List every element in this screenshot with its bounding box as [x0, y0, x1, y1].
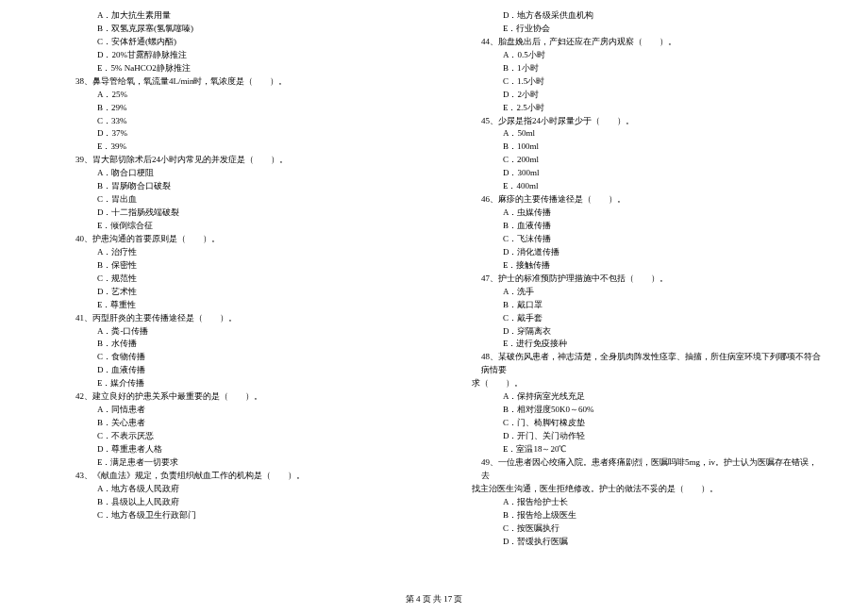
option-item: B．保密性: [47, 259, 415, 273]
right-questions: 44、胎盘娩出后，产妇还应在产房内观察（ ）。A．0.5小时B．1小时C．1.5…: [453, 36, 821, 549]
option-item: D．300ml: [453, 167, 821, 180]
question-text: 42、建立良好的护患关系中最重要的是（ ）。: [47, 390, 415, 404]
option-item: C．33%: [47, 115, 415, 128]
option-item: C．食物传播: [47, 351, 415, 364]
question-text: 41、丙型肝炎的主要传播途径是（ ）。: [47, 312, 415, 325]
question-text: 47、护士的标准预防护理措施中不包括（ ）。: [453, 273, 821, 286]
option-item: A．治疗性: [47, 246, 415, 259]
question-text-cont: 求（ ）。: [453, 377, 821, 390]
option-item: C．飞沫传播: [453, 233, 821, 246]
option-item: C．不表示厌恶: [47, 430, 415, 443]
option-item: B．1小时: [453, 62, 821, 75]
left-questions: 38、鼻导管给氧，氧流量4L/min时，氧浓度是（ ）。A．25%B．29%C．…: [47, 75, 415, 522]
option-item: B．血液传播: [453, 220, 821, 233]
option-item: B．29%: [47, 102, 415, 115]
question-text: 44、胎盘娩出后，产妇还应在产房内观察（ ）。: [453, 36, 821, 49]
option-item: D．尊重患者人格: [47, 443, 415, 456]
option-item: C．200ml: [453, 154, 821, 167]
option-item: C．规范性: [47, 273, 415, 286]
option-item: B．报告给上级医生: [453, 509, 821, 522]
option-item: D．20%甘露醇静脉推注: [47, 49, 415, 62]
option-item: C．胃出血: [47, 193, 415, 207]
option-item: A．洗手: [453, 286, 821, 299]
left-column: A．加大抗生素用量B．双氢克尿塞(氢氯噻嗪)C．安体舒通(螺内酯)D．20%甘露…: [47, 9, 415, 548]
pre-options-left: A．加大抗生素用量B．双氢克尿塞(氢氯噻嗪)C．安体舒通(螺内酯)D．20%甘露…: [47, 9, 415, 75]
option-item: A．报告给护士长: [453, 496, 821, 509]
option-item: B．双氢克尿塞(氢氯噻嗪): [47, 23, 415, 36]
option-item: E．尊重性: [47, 299, 415, 312]
page-container: A．加大抗生素用量B．双氢克尿塞(氢氯噻嗪)C．安体舒通(螺内酯)D．20%甘露…: [0, 9, 868, 548]
question-text: 43、《献血法》规定，负责组织献血工作的机构是（ ）。: [47, 470, 415, 483]
option-item: A．保持病室光线充足: [453, 390, 821, 404]
option-item: A．0.5小时: [453, 49, 821, 62]
question-text: 48、某破伤风患者，神志清楚，全身肌肉阵发性痉挛、抽搐，所住病室环境下列哪项不符…: [453, 351, 821, 377]
option-item: D．血液传播: [47, 364, 415, 377]
option-item: E．行业协会: [453, 23, 821, 36]
option-item: C．门、椅脚钉橡皮垫: [453, 417, 821, 430]
option-item: B．水传播: [47, 338, 415, 351]
option-item: A．50ml: [453, 127, 821, 141]
option-item: D．十二指肠残端破裂: [47, 207, 415, 220]
option-item: D．2小时: [453, 89, 821, 102]
option-item: A．25%: [47, 89, 415, 102]
option-item: C．1.5小时: [453, 75, 821, 89]
option-item: E．倾倒综合征: [47, 220, 415, 233]
option-item: B．胃肠吻合口破裂: [47, 180, 415, 193]
option-item: A．虫媒传播: [453, 207, 821, 220]
option-item: A．加大抗生素用量: [47, 9, 415, 23]
option-item: D．地方各级采供血机构: [453, 9, 821, 23]
option-item: C．按医嘱执行: [453, 522, 821, 536]
option-item: E．满足患者一切要求: [47, 456, 415, 470]
option-item: C．安体舒通(螺内酯): [47, 36, 415, 49]
question-text: 46、麻疹的主要传播途径是（ ）。: [453, 193, 821, 207]
right-column: D．地方各级采供血机构E．行业协会 44、胎盘娩出后，产妇还应在产房内观察（ ）…: [453, 9, 821, 548]
option-item: A．地方各级人民政府: [47, 483, 415, 496]
option-item: D．暂缓执行医嘱: [453, 536, 821, 549]
option-item: A．同情患者: [47, 404, 415, 417]
option-item: C．地方各级卫生行政部门: [47, 509, 415, 522]
option-item: E．室温18～20℃: [453, 443, 821, 456]
option-item: B．县级以上人民政府: [47, 496, 415, 509]
page-number: 第 4 页 共 17 页: [406, 594, 463, 604]
option-item: E．媒介传播: [47, 377, 415, 390]
question-text-cont: 找主治医生沟通，医生拒绝修改。护士的做法不妥的是（ ）。: [453, 483, 821, 496]
question-text: 38、鼻导管给氧，氧流量4L/min时，氧浓度是（ ）。: [47, 75, 415, 89]
option-item: B．相对湿度50K0～60%: [453, 404, 821, 417]
option-item: C．戴手套: [453, 312, 821, 325]
option-item: B．戴口罩: [453, 299, 821, 312]
option-item: B．关心患者: [47, 417, 415, 430]
page-footer: 第 4 页 共 17 页: [0, 593, 868, 605]
question-text: 40、护患沟通的首要原则是（ ）。: [47, 233, 415, 246]
option-item: E．接触传播: [453, 259, 821, 273]
option-item: D．穿隔离衣: [453, 325, 821, 339]
option-item: E．400ml: [453, 180, 821, 193]
option-item: B．100ml: [453, 141, 821, 154]
question-text: 49、一位患者因心绞痛入院。患者疼痛剧烈，医嘱吗啡5mg，iv。护士认为医嘱存在…: [453, 456, 821, 483]
option-item: D．艺术性: [47, 286, 415, 299]
option-item: A．吻合口梗阻: [47, 167, 415, 180]
question-text: 45、少尿是指24小时尿量少于（ ）。: [453, 115, 821, 128]
option-item: E．进行免疫接种: [453, 338, 821, 351]
option-item: D．开门、关门动作轻: [453, 430, 821, 443]
option-item: D．37%: [47, 127, 415, 141]
option-item: D．消化道传播: [453, 246, 821, 259]
option-item: E．39%: [47, 141, 415, 154]
option-item: E．2.5小时: [453, 102, 821, 115]
pre-options-right: D．地方各级采供血机构E．行业协会: [453, 9, 821, 36]
question-text: 39、胃大部切除术后24小时内常见的并发症是（ ）。: [47, 154, 415, 167]
option-item: E．5% NaHCO2静脉推注: [47, 62, 415, 75]
option-item: A．粪-口传播: [47, 325, 415, 339]
